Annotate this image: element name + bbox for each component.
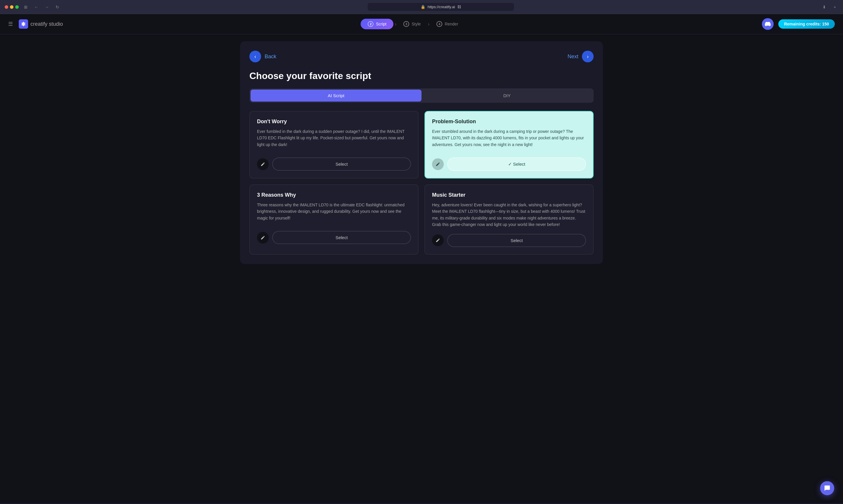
logo[interactable]: creatify studio bbox=[19, 19, 63, 29]
card-title-music-starter: Music Starter bbox=[432, 192, 586, 198]
download-btn[interactable]: ⬇ bbox=[821, 3, 828, 11]
card-text-3-reasons: Three reasons why the IMALENT LD70 is th… bbox=[257, 202, 411, 225]
nav-row: ‹ Back Next › bbox=[249, 51, 594, 62]
step-4-num: 4 bbox=[436, 21, 442, 27]
close-dot[interactable] bbox=[5, 5, 8, 9]
edit-btn-dont-worry[interactable] bbox=[257, 158, 269, 170]
card-text-dont-worry: Ever fumbled in the dark during a sudden… bbox=[257, 128, 411, 151]
discord-button[interactable] bbox=[762, 18, 774, 30]
window-controls bbox=[5, 5, 19, 9]
link-icon: ⛓ bbox=[457, 5, 461, 9]
card-bottom-music-starter: Select bbox=[432, 234, 586, 247]
scripts-grid: Don't Worry Ever fumbled in the dark dur… bbox=[249, 111, 594, 255]
card-bottom-dont-worry: Select bbox=[257, 158, 411, 170]
new-tab-btn[interactable]: + bbox=[831, 3, 838, 11]
tab-ai-script[interactable]: AI Script bbox=[251, 90, 422, 102]
step-4-label: Render bbox=[445, 22, 458, 26]
step-2-num: 2 bbox=[367, 21, 374, 27]
select-btn-problem-solution[interactable]: ✓ Select bbox=[447, 158, 586, 171]
step-3-num: 3 bbox=[403, 21, 409, 27]
url-text: https://creatify.ai bbox=[428, 5, 455, 9]
header-right: Remaining credits: 150 bbox=[762, 18, 835, 30]
card-bottom-3-reasons: Select bbox=[257, 231, 411, 244]
maximize-dot[interactable] bbox=[15, 5, 19, 9]
logo-icon bbox=[19, 19, 28, 29]
step-script[interactable]: 2 Script bbox=[361, 19, 393, 29]
refresh-btn[interactable]: ↻ bbox=[54, 3, 61, 11]
script-card-3-reasons: 3 Reasons Why Three reasons why the IMAL… bbox=[249, 184, 418, 255]
step-arrow-1: › bbox=[393, 21, 397, 27]
next-button[interactable]: Next › bbox=[568, 51, 594, 62]
tab-diy[interactable]: DIY bbox=[422, 90, 592, 102]
edit-btn-3-reasons[interactable] bbox=[257, 232, 269, 244]
lock-icon: 🔒 bbox=[420, 5, 425, 9]
step-style[interactable]: 3 Style bbox=[397, 19, 427, 29]
script-card-problem-solution: Problem-Solution Ever stumbled around in… bbox=[425, 111, 594, 179]
back-label: Back bbox=[265, 54, 276, 60]
back-arrow-icon: ‹ bbox=[254, 54, 256, 60]
card-title-dont-worry: Don't Worry bbox=[257, 119, 411, 125]
step-3-label: Style bbox=[412, 22, 420, 26]
edit-btn-music-starter[interactable] bbox=[432, 234, 444, 246]
edit-btn-problem-solution[interactable] bbox=[432, 158, 444, 170]
main-content: ‹ Back Next › Choose your favorite scrip… bbox=[0, 34, 843, 503]
next-circle-btn[interactable]: › bbox=[582, 51, 594, 62]
card-title-3-reasons: 3 Reasons Why bbox=[257, 192, 411, 198]
select-btn-dont-worry[interactable]: Select bbox=[272, 158, 411, 170]
card-text-music-starter: Hey, adventure lovers! Ever been caught … bbox=[432, 202, 586, 228]
next-label: Next bbox=[568, 54, 578, 60]
back-circle-btn[interactable]: ‹ bbox=[249, 51, 261, 62]
next-arrow-icon: › bbox=[587, 54, 589, 60]
browser-chrome: ⊞ ← → ↻ 🔒 https://creatify.ai ⛓ ⬇ + bbox=[0, 0, 843, 14]
content-card: ‹ Back Next › Choose your favorite scrip… bbox=[240, 41, 603, 264]
script-card-music-starter: Music Starter Hey, adventure lovers! Eve… bbox=[425, 184, 594, 255]
select-btn-3-reasons[interactable]: Select bbox=[272, 231, 411, 244]
app-header: ☰ creatify studio 2 Script › 3 Style › 4… bbox=[0, 14, 843, 34]
card-title-problem-solution: Problem-Solution bbox=[432, 119, 586, 125]
chat-bubble-button[interactable] bbox=[820, 481, 834, 495]
forward-browser-btn[interactable]: → bbox=[43, 3, 50, 11]
menu-icon[interactable]: ☰ bbox=[8, 21, 13, 27]
card-bottom-problem-solution: ✓ Select bbox=[432, 158, 586, 171]
minimize-dot[interactable] bbox=[10, 5, 14, 9]
page-title: Choose your favorite script bbox=[249, 71, 594, 82]
step-render[interactable]: 4 Render bbox=[431, 19, 464, 29]
address-bar[interactable]: 🔒 https://creatify.ai ⛓ bbox=[367, 3, 514, 11]
step-arrow-2: › bbox=[427, 21, 431, 27]
progress-steps: 2 Script › 3 Style › 4 Render bbox=[69, 19, 756, 29]
back-browser-btn[interactable]: ← bbox=[33, 3, 40, 11]
credits-button[interactable]: Remaining credits: 150 bbox=[778, 19, 835, 29]
logo-text: creatify studio bbox=[31, 21, 63, 27]
sidebar-toggle[interactable]: ⊞ bbox=[22, 3, 29, 11]
card-text-problem-solution: Ever stumbled around in the dark during … bbox=[432, 128, 586, 151]
select-btn-music-starter[interactable]: Select bbox=[447, 234, 586, 247]
script-card-dont-worry: Don't Worry Ever fumbled in the dark dur… bbox=[249, 111, 418, 179]
back-button[interactable]: ‹ Back bbox=[249, 51, 276, 62]
tab-switcher: AI Script DIY bbox=[249, 88, 594, 103]
step-2-label: Script bbox=[376, 22, 387, 26]
